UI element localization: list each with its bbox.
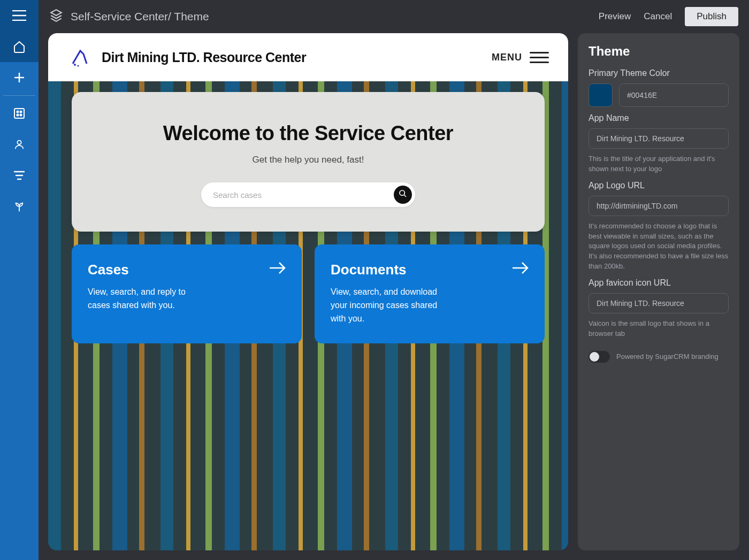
toggle-knob bbox=[590, 352, 599, 362]
preview-link[interactable]: Preview bbox=[599, 11, 631, 22]
menu-icon bbox=[530, 52, 549, 63]
branding-toggle-row: Powered by SugarCRM branding bbox=[588, 351, 729, 363]
grid-icon bbox=[13, 108, 25, 119]
menu-label: MENU bbox=[492, 52, 522, 63]
sidebar-item-filter[interactable] bbox=[0, 160, 39, 191]
branding-toggle[interactable] bbox=[588, 351, 610, 363]
preview-header: Dirt Mining LTD. Resource Center MENU bbox=[48, 33, 568, 81]
svg-point-1 bbox=[17, 111, 19, 113]
menu-button[interactable]: MENU bbox=[492, 52, 549, 63]
sidebar-item-home[interactable] bbox=[0, 31, 39, 62]
favicon-url-input[interactable] bbox=[588, 293, 729, 313]
svg-point-7 bbox=[78, 65, 79, 67]
svg-rect-0 bbox=[14, 109, 24, 118]
plus-icon bbox=[13, 71, 26, 84]
hero-card: Welcome to the Service Center Get the he… bbox=[72, 92, 545, 232]
search-wrap bbox=[201, 182, 415, 207]
svg-point-2 bbox=[20, 111, 22, 113]
hero-subtitle: Get the help you need, fast! bbox=[104, 155, 513, 165]
sidebar-divider bbox=[3, 95, 35, 96]
app-name-label: App Name bbox=[588, 113, 729, 123]
workspace: Dirt Mining LTD. Resource Center MENU We… bbox=[39, 33, 749, 560]
main-area: Self-Service Center/ Theme Preview Cance… bbox=[39, 0, 749, 560]
app-name-input[interactable] bbox=[588, 128, 729, 149]
card-title: Cases bbox=[88, 262, 286, 278]
hamburger-icon bbox=[12, 10, 26, 21]
sidebar-item-plant[interactable] bbox=[0, 191, 39, 222]
primary-color-input[interactable] bbox=[619, 83, 729, 107]
search-icon bbox=[399, 189, 407, 200]
app-title: Dirt Mining LTD. Resource Center bbox=[102, 50, 306, 65]
favicon-url-help: Vaicon is the small logo that shows in a… bbox=[588, 319, 729, 339]
svg-point-6 bbox=[74, 64, 76, 66]
app-logo bbox=[67, 44, 93, 70]
sidebar-item-user[interactable] bbox=[0, 129, 39, 160]
card-desc: View, search, and reply to cases shared … bbox=[88, 286, 205, 312]
theme-panel-title: Theme bbox=[588, 44, 729, 59]
theme-panel: Theme Primary Theme Color App Name This … bbox=[578, 33, 739, 550]
search-input[interactable] bbox=[213, 190, 394, 200]
arrow-right-icon bbox=[269, 260, 287, 278]
app-name-help: This is the title of your application an… bbox=[588, 154, 729, 174]
sidebar-item-grid[interactable] bbox=[0, 98, 39, 129]
sidebar-menu-toggle[interactable] bbox=[0, 0, 39, 31]
filter-icon bbox=[13, 171, 25, 180]
cards-row: Cases View, search, and reply to cases s… bbox=[72, 244, 545, 343]
topbar-actions: Preview Cancel Publish bbox=[599, 7, 738, 26]
card-desc: View, search, and download your incoming… bbox=[331, 286, 448, 325]
svg-point-4 bbox=[20, 114, 22, 116]
primary-color-swatch[interactable] bbox=[588, 83, 613, 107]
favicon-url-label: App favicon icon URL bbox=[588, 278, 729, 288]
topbar: Self-Service Center/ Theme Preview Cance… bbox=[39, 0, 749, 33]
search-button[interactable] bbox=[394, 186, 412, 204]
card-cases[interactable]: Cases View, search, and reply to cases s… bbox=[72, 244, 302, 343]
svg-point-3 bbox=[17, 114, 19, 116]
seedling-icon bbox=[13, 201, 25, 212]
home-icon bbox=[13, 40, 26, 53]
svg-point-8 bbox=[400, 190, 404, 195]
logo-url-label: App Logo URL bbox=[588, 181, 729, 190]
cancel-link[interactable]: Cancel bbox=[644, 11, 672, 22]
branding-toggle-label: Powered by SugarCRM branding bbox=[616, 352, 719, 360]
stack-icon bbox=[49, 9, 63, 25]
publish-button[interactable]: Publish bbox=[685, 7, 738, 26]
card-title: Documents bbox=[331, 262, 529, 278]
primary-color-label: Primary Theme Color bbox=[588, 68, 729, 78]
logo-url-help: It's recommended to choose a logo that i… bbox=[588, 221, 729, 272]
svg-point-5 bbox=[17, 141, 21, 144]
arrow-right-icon bbox=[511, 260, 530, 278]
preview-panel: Dirt Mining LTD. Resource Center MENU We… bbox=[48, 33, 568, 550]
breadcrumb: Self-Service Center/ Theme bbox=[71, 10, 591, 23]
logo-url-input[interactable] bbox=[588, 196, 729, 216]
hero-title: Welcome to the Service Center bbox=[104, 122, 513, 145]
sidebar-item-add[interactable] bbox=[0, 62, 39, 93]
card-documents[interactable]: Documents View, search, and download you… bbox=[315, 244, 545, 343]
user-icon bbox=[13, 139, 25, 150]
left-sidebar bbox=[0, 0, 39, 560]
preview-body: Welcome to the Service Center Get the he… bbox=[48, 81, 568, 550]
